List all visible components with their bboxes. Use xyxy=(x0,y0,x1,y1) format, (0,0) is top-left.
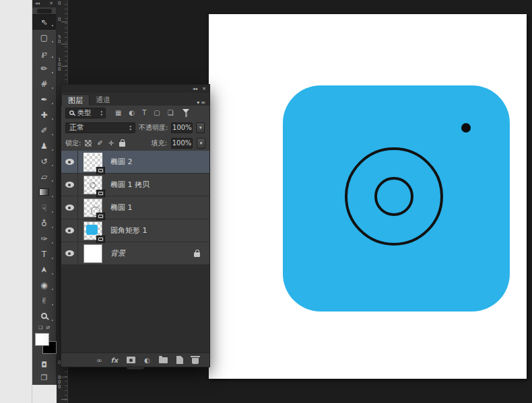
default-swatches-icon[interactable]: ❏ xyxy=(38,325,42,330)
quick-selection-tool[interactable]: ✏ xyxy=(32,61,56,76)
layer-name[interactable]: 椭圆 1 xyxy=(110,203,133,213)
visibility-toggle[interactable] xyxy=(61,242,78,264)
layer-thumbnail[interactable] xyxy=(84,244,102,263)
rectangular-marquee-tool[interactable]: ▢ xyxy=(32,30,56,45)
eyedropper-tool[interactable]: ✒ xyxy=(32,91,56,107)
type-tool[interactable]: T xyxy=(32,246,56,262)
lock-position-icon[interactable]: ✛ xyxy=(108,139,114,147)
new-group-icon[interactable] xyxy=(159,357,168,363)
clone-stamp-tool[interactable]: ♟ xyxy=(32,138,56,153)
filter-type-dropdown[interactable]: 类型 ▴▾ xyxy=(65,108,106,118)
fill-dropdown-button[interactable]: ▾ xyxy=(197,138,205,149)
eraser-icon: ▱ xyxy=(41,172,47,182)
add-layer-mask-icon[interactable] xyxy=(127,357,135,363)
shape-layer-badge xyxy=(96,235,105,243)
layers-panel: ◂◂ ✕ 图层 通道 ▾ ≡ 类型 ▴▾ ▦ ◐ T ▢ xyxy=(61,84,210,367)
filter-shape-layers-icon[interactable]: ▢ xyxy=(154,109,160,116)
layer-row-rounded-rectangle-1[interactable]: 圆角矩形 1 xyxy=(61,219,209,242)
opacity-value[interactable]: 100% xyxy=(171,122,193,133)
new-layer-icon[interactable] xyxy=(176,356,183,364)
gradient-tool[interactable] xyxy=(32,184,56,200)
layer-name[interactable]: 圆角矩形 1 xyxy=(110,225,147,235)
layer-name[interactable]: 椭圆 2 xyxy=(110,157,133,167)
filtering-toggle-icon[interactable] xyxy=(182,108,190,118)
updown-arrows-icon: ▴▾ xyxy=(129,124,131,131)
tab-channels[interactable]: 通道 xyxy=(90,94,117,106)
layer-row-background[interactable]: 背景 xyxy=(61,242,209,265)
filter-smart-objects-icon[interactable]: ❏ xyxy=(168,109,174,116)
crop-tool[interactable]: # xyxy=(32,76,56,91)
brush-tool[interactable]: ✐ xyxy=(32,122,56,138)
camera-inner-ring xyxy=(374,177,413,216)
shape-layer-badge xyxy=(96,190,105,197)
desktop-background-patch xyxy=(32,385,57,403)
healing-brush-icon: ✚ xyxy=(40,110,47,120)
smudge-tool[interactable]: ☟ xyxy=(32,200,56,215)
layer-row-ellipse-1[interactable]: 椭圆 1 xyxy=(61,196,209,219)
filter-pixel-layers-icon[interactable]: ▦ xyxy=(115,109,121,116)
collapse-panel-icon[interactable]: ◂◂ xyxy=(193,87,197,91)
screen-mode-icon: ❐ xyxy=(41,373,48,382)
link-layers-icon[interactable]: ∞ xyxy=(96,357,102,364)
visibility-toggle[interactable] xyxy=(61,151,78,173)
opacity-dropdown-button[interactable]: ▾ xyxy=(196,122,205,133)
new-adjustment-layer-icon[interactable]: ◐ xyxy=(144,357,150,364)
toolbar-grip[interactable] xyxy=(37,9,52,13)
layer-name[interactable]: 背景 xyxy=(110,248,125,258)
caret-down-icon: ▾ xyxy=(197,100,199,106)
quick-mask-icon: ◘ xyxy=(41,361,47,369)
filter-type-layers-icon[interactable]: T xyxy=(142,109,146,116)
path-selection-icon: ➤ xyxy=(40,266,49,272)
layer-lock-icon xyxy=(194,252,200,257)
close-panel-icon[interactable]: ✕ xyxy=(49,1,53,6)
ellipse-shape-tool[interactable]: ◉ xyxy=(32,277,56,293)
fill-value[interactable]: 100% xyxy=(171,138,193,149)
lock-all-icon[interactable] xyxy=(119,142,125,147)
document-canvas[interactable] xyxy=(209,14,527,379)
spot-healing-brush-tool[interactable]: ✚ xyxy=(32,107,56,122)
quick-selection-icon: ✏ xyxy=(40,64,47,73)
visibility-toggle[interactable] xyxy=(61,196,78,219)
filter-adjustment-layers-icon[interactable]: ◐ xyxy=(129,109,135,116)
zoom-tool[interactable] xyxy=(32,308,56,324)
swap-swatches-icon[interactable]: ⇄ xyxy=(46,325,50,330)
shape-layer-badge xyxy=(96,167,105,174)
dodge-icon: ♁ xyxy=(41,219,47,228)
quick-mask-button[interactable]: ◘ xyxy=(32,359,56,371)
layer-name[interactable]: 椭圆 1 拷贝 xyxy=(110,180,149,190)
lasso-tool[interactable]: ℘ xyxy=(32,45,56,61)
menu-lines-icon: ≡ xyxy=(201,100,205,106)
panel-menu-button[interactable]: ▾ ≡ xyxy=(197,100,209,106)
brush-icon: ✐ xyxy=(40,126,47,135)
collapse-panel-icon[interactable]: ◂◂ xyxy=(35,1,40,6)
filter-type-label: 类型 xyxy=(77,108,91,118)
blend-mode-dropdown[interactable]: 正常 ▴▾ xyxy=(65,122,135,133)
layer-style-fx-icon[interactable]: fx xyxy=(110,357,118,364)
visibility-toggle[interactable] xyxy=(61,174,78,196)
lock-transparency-icon[interactable] xyxy=(85,140,92,147)
blend-mode-value: 正常 xyxy=(69,122,84,133)
clone-stamp-icon: ♟ xyxy=(40,141,48,151)
hand-tool[interactable]: ✌ xyxy=(32,293,56,308)
foreground-color-swatch[interactable] xyxy=(35,333,49,346)
lock-pixels-icon[interactable]: ✐ xyxy=(97,139,102,147)
opacity-label: 不透明度: xyxy=(139,123,168,133)
fill-label: 填充: xyxy=(152,139,167,148)
screen-mode-button[interactable]: ❐ xyxy=(32,371,56,384)
path-selection-tool[interactable]: ➤ xyxy=(32,262,56,277)
layer-row-ellipse-1-copy[interactable]: 椭圆 1 拷贝 xyxy=(61,174,209,196)
tools-panel-header: ◂◂ ✕ xyxy=(32,0,56,7)
layer-row-ellipse-2[interactable]: 椭圆 2 xyxy=(61,151,209,174)
ruler-label: 800 xyxy=(58,375,63,390)
history-brush-tool[interactable]: ↺ xyxy=(32,153,56,169)
ellipse-icon: ◉ xyxy=(40,281,47,290)
pen-tool[interactable]: ✑ xyxy=(32,231,56,246)
tab-layers[interactable]: 图层 xyxy=(61,94,90,106)
close-panel-icon[interactable]: ✕ xyxy=(202,87,206,91)
dodge-tool[interactable]: ♁ xyxy=(32,215,56,231)
visibility-toggle[interactable] xyxy=(61,219,78,242)
delete-layer-icon[interactable] xyxy=(192,358,199,364)
move-tool[interactable]: ⇖ xyxy=(32,14,56,30)
eraser-tool[interactable]: ▱ xyxy=(32,169,56,184)
crop-icon: # xyxy=(40,79,47,89)
